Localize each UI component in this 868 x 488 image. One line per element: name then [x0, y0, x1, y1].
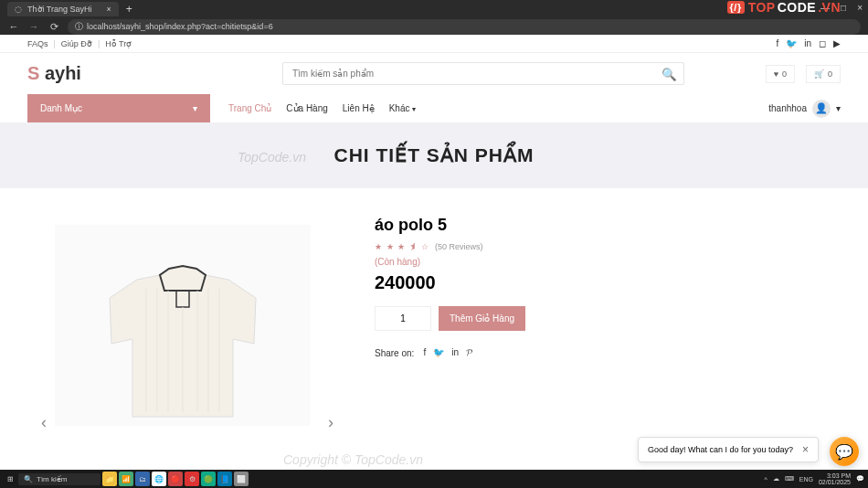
taskbar-app-2[interactable]: 📶 [119, 472, 133, 486]
support-link[interactable]: Hỗ Trợ [105, 39, 132, 48]
taskbar-clock[interactable]: 3:03 PM 02/01/2025 [819, 472, 851, 485]
product-gallery: ‹ › [27, 216, 338, 435]
facebook-icon[interactable]: f [776, 38, 778, 48]
taskbar-tray: ^ ☁ ⌨ ENG 3:03 PM 02/01/2025 💬 [764, 472, 864, 485]
linkedin-icon[interactable]: in [451, 347, 459, 358]
taskbar-chrome[interactable]: 🌐 [152, 472, 166, 486]
product-price: 240000 [375, 272, 841, 293]
url-text: localhost/sayhi_shop/index.php?act=chiti… [87, 22, 273, 31]
search-input[interactable] [282, 62, 684, 85]
user-menu[interactable]: thanhhoa 👤 ▾ [768, 94, 841, 122]
taskbar-app-9[interactable]: ⬜ [234, 472, 249, 486]
taskbar-app-3[interactable]: 🗂 [135, 472, 150, 486]
tab-favicon: ◌ [15, 5, 22, 14]
logo[interactable]: S ayhi [27, 63, 81, 84]
maximize-button[interactable]: □ [841, 3, 846, 13]
close-tab-icon[interactable]: × [107, 5, 111, 14]
page-title: CHI TIẾT SẢN PHẨM [0, 144, 868, 166]
chat-close-button[interactable]: × [802, 443, 809, 456]
instagram-icon[interactable]: ◻ [819, 38, 826, 48]
header: S ayhi 🔍 ♥ 0 🛒 0 [0, 53, 868, 94]
linkedin-icon[interactable]: in [804, 38, 811, 48]
taskbar-app-6[interactable]: ⚙ [185, 472, 199, 486]
product-image [55, 225, 311, 426]
cart-row: Thêm Giỏ Hàng [375, 306, 841, 331]
nav-links: Trang Chủ Cửa Hàng Liên Hệ Khác▾ [210, 94, 434, 122]
youtube-icon[interactable]: ▶ [833, 38, 841, 48]
product-name: áo polo 5 [375, 216, 841, 235]
address-bar[interactable]: ⓘ localhost/sayhi_shop/index.php?act=chi… [68, 19, 861, 35]
pinterest-icon[interactable]: 𝓟 [466, 347, 472, 358]
forward-button[interactable]: → [27, 21, 40, 32]
faqs-link[interactable]: FAQs [27, 39, 48, 48]
page-title-section: TopCode.vn CHI TIẾT SẢN PHẨM [0, 122, 868, 188]
twitter-icon[interactable]: 🐦 [433, 347, 444, 358]
category-dropdown[interactable]: Danh Mục ▾ [27, 94, 210, 122]
browser-tab[interactable]: ◌ Thời Trang SayHi × [7, 2, 119, 16]
taskbar: ⊞ 🔍 Tìm kiếm 📁 📶 🗂 🌐 🔴 ⚙ 🟢 📘 ⬜ ^ ☁ ⌨ ENG… [0, 470, 868, 488]
nav-home[interactable]: Trang Chủ [228, 103, 271, 113]
chevron-down-icon: ▾ [193, 103, 197, 113]
taskbar-app-8[interactable]: 📘 [217, 472, 232, 486]
tray-cloud-icon[interactable]: ☁ [773, 475, 779, 483]
new-tab-button[interactable]: + [126, 3, 132, 16]
facebook-icon[interactable]: f [423, 347, 426, 358]
header-right: ♥ 0 🛒 0 [766, 65, 841, 83]
search-wrapper: 🔍 [282, 62, 684, 85]
avatar: 👤 [812, 100, 831, 118]
start-button[interactable]: ⊞ [4, 472, 16, 485]
wishlist-button[interactable]: ♥ 0 [766, 65, 795, 83]
tab-title: Thời Trang SayHi [27, 5, 92, 14]
product-details: áo polo 5 ★ ★ ★ ⯨ ☆ (50 Reviews) (Còn hà… [375, 216, 841, 435]
share-label: Share on: [375, 348, 414, 358]
chat-message: Good day! What can I do for you today? [648, 445, 793, 454]
search-icon: 🔍 [24, 475, 33, 483]
cart-button[interactable]: 🛒 0 [806, 65, 841, 83]
gallery-next-button[interactable]: › [328, 413, 333, 432]
taskbar-app-1[interactable]: 📁 [102, 472, 117, 486]
rating-row: ★ ★ ★ ⯨ ☆ (50 Reviews) [375, 242, 841, 251]
cart-icon: 🛒 [814, 69, 824, 79]
stock-status: (Còn hàng) [375, 257, 841, 267]
taskbar-app-5[interactable]: 🔴 [168, 472, 183, 486]
topcode-overlay: {/} TOPCODE.VN [727, 0, 841, 15]
quantity-input[interactable] [375, 306, 431, 331]
tray-lang[interactable]: ENG [799, 476, 813, 483]
nav-contact[interactable]: Liên Hệ [343, 103, 375, 113]
share-icons: f 🐦 in 𝓟 [423, 347, 472, 358]
reviews-count: (50 Reviews) [435, 242, 483, 251]
star-rating: ★ ★ ★ ⯨ ☆ [375, 242, 429, 251]
address-bar-row: ← → ⟳ ⓘ localhost/sayhi_shop/index.php?a… [0, 18, 868, 35]
social-icons: f 🐦 in ◻ ▶ [776, 38, 841, 48]
product-section: ‹ › áo polo 5 ★ ★ ★ ⯨ ☆ (50 Reviews) (Cò… [0, 188, 868, 462]
topcode-icon: {/} [727, 1, 745, 14]
share-row: Share on: f 🐦 in 𝓟 [375, 347, 841, 358]
search-button[interactable]: 🔍 [662, 67, 677, 80]
reload-button[interactable]: ⟳ [48, 21, 60, 33]
site-info-icon[interactable]: ⓘ [75, 21, 83, 33]
chat-popup: Good day! What can I do for you today? × [638, 437, 819, 462]
utility-links: FAQs | Giúp Đỡ | Hỗ Trợ [27, 39, 132, 48]
close-window-button[interactable]: × [857, 3, 863, 13]
chat-fab-button[interactable]: 💬 [830, 437, 859, 466]
nav-shop[interactable]: Cửa Hàng [286, 103, 327, 113]
twitter-icon[interactable]: 🐦 [786, 38, 797, 48]
chevron-down-icon: ▾ [836, 103, 841, 113]
heart-icon: ♥ [774, 69, 778, 79]
back-button[interactable]: ← [7, 21, 20, 32]
tray-keyboard-icon[interactable]: ⌨ [785, 475, 794, 483]
taskbar-search[interactable]: 🔍 Tìm kiếm [18, 473, 101, 485]
add-to-cart-button[interactable]: Thêm Giỏ Hàng [439, 306, 525, 331]
taskbar-app-7[interactable]: 🟢 [201, 472, 216, 486]
chat-icon: 💬 [835, 443, 853, 461]
tray-chevron-icon[interactable]: ^ [764, 476, 767, 483]
nav-row: Danh Mục ▾ Trang Chủ Cửa Hàng Liên Hệ Kh… [0, 94, 868, 122]
nav-other[interactable]: Khác▾ [389, 103, 416, 113]
notifications-icon[interactable]: 💬 [856, 475, 864, 483]
gallery-prev-button[interactable]: ‹ [41, 413, 47, 432]
help-link[interactable]: Giúp Đỡ [61, 39, 92, 48]
utility-bar: FAQs | Giúp Đỡ | Hỗ Trợ f 🐦 in ◻ ▶ [0, 35, 868, 53]
chevron-down-icon: ▾ [412, 105, 416, 113]
